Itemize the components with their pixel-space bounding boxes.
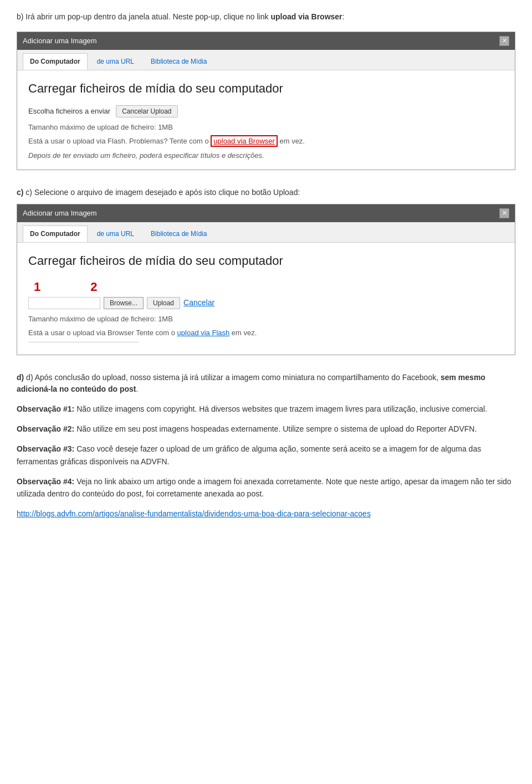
modal-1-tabs: Do Computador de uma URL Biblioteca de M…	[17, 50, 515, 70]
flash-info-before: Está a usar o upload via Flash. Problema…	[28, 137, 211, 145]
flash-info-line: Está a usar o upload via Flash. Problema…	[28, 136, 504, 147]
obs-1-label: Observação #1:	[17, 404, 74, 413]
section-d-intro: d) d) Após conclusão do upload, nosso si…	[17, 372, 515, 395]
step-numbers: 1 2	[34, 278, 504, 296]
obs-2: Observação #2: Não utilize em seu post i…	[17, 423, 515, 435]
tab-biblioteca-midia-2[interactable]: Biblioteca de Mídia	[144, 226, 214, 242]
browser-info-after: em vez.	[229, 329, 257, 337]
choose-label: Escolha ficheiros a enviar	[28, 106, 110, 117]
step-2-number: 2	[90, 278, 97, 296]
intro-b-link-text: upload via Browser	[270, 12, 342, 21]
modal-1-close-button[interactable]: ✕	[499, 36, 509, 46]
modal-1-body-title: Carregar ficheiros de mídia do seu compu…	[28, 79, 504, 98]
modal-2-title: Adicionar uma Imagem	[23, 208, 97, 219]
obs-4-text: Veja no link abaixo um artigo onde a ima…	[17, 477, 511, 498]
section-b-intro: b) Irá abrir um pop-up dentro da janela …	[17, 11, 515, 23]
cancel-link[interactable]: Cancelar	[183, 297, 214, 309]
modal-1-title: Adicionar uma Imagem	[23, 35, 97, 47]
modal-2: Adicionar uma Imagem ✕ Do Computador de …	[17, 204, 515, 355]
observations-container: Observação #1: Não utilize imagens com c…	[17, 403, 515, 520]
obs-4-label: Observação #4:	[17, 477, 74, 486]
intro-b-text-after: :	[342, 12, 345, 21]
tab-do-computador-2[interactable]: Do Computador	[23, 226, 88, 242]
obs-2-label: Observação #2:	[17, 424, 74, 433]
upload-via-browser-link[interactable]: upload via Browser	[211, 135, 278, 147]
tab-biblioteca-midia-1[interactable]: Biblioteca de Mídia	[144, 53, 214, 70]
browser-info-before: Está a usar o upload via Browser Tente c…	[28, 329, 177, 337]
browser-info-line: Está a usar o upload via Browser Tente c…	[28, 327, 504, 339]
modal-1-body: Carregar ficheiros de mídia do seu compu…	[17, 70, 515, 170]
obs-1: Observação #1: Não utilize imagens com c…	[17, 403, 515, 415]
flash-info-after: em vez.	[278, 137, 305, 145]
file-input-area: Browse... Upload Cancelar	[28, 297, 504, 309]
modal-2-titlebar: Adicionar uma Imagem ✕	[17, 204, 515, 222]
modal-2-close-button[interactable]: ✕	[499, 208, 509, 218]
tab-de-uma-url-2[interactable]: de uma URL	[90, 226, 141, 242]
obs-3-text: Caso você deseje fazer o upload de um gr…	[17, 444, 481, 465]
modal-1-choose-row: Escolha ficheiros a enviar Cancelar Uplo…	[28, 105, 504, 117]
modal-divider	[28, 342, 139, 342]
section-d-text-after: .	[136, 385, 138, 393]
modal-2-tabs: Do Computador de uma URL Biblioteca de M…	[17, 222, 515, 243]
obs-1-text: Não utilize imagens com copyright. Há di…	[76, 404, 487, 413]
obs-4: Observação #4: Veja no link abaixo um ar…	[17, 475, 515, 500]
modal-2-body: Carregar ficheiros de mídia do seu compu…	[17, 243, 515, 355]
bottom-link[interactable]: http://blogs.advfn.com/artigos/analise-f…	[17, 509, 371, 518]
step-1-number: 1	[34, 278, 40, 296]
browse-button[interactable]: Browse...	[104, 297, 144, 309]
upload-button[interactable]: Upload	[147, 297, 180, 309]
file-input-box[interactable]	[28, 297, 100, 309]
obs-3-label: Observação #3:	[17, 444, 74, 453]
modal-1-titlebar: Adicionar uma Imagem ✕	[17, 32, 515, 50]
modal-1: Adicionar uma Imagem ✕ Do Computador de …	[17, 32, 515, 170]
obs-3: Observação #3: Caso você deseje fazer o …	[17, 443, 515, 468]
size-info-1: Tamanho máximo de upload de ficheiro: 1M…	[28, 122, 504, 133]
upload-via-flash-link[interactable]: upload via Flash	[177, 329, 230, 337]
tab-do-computador-1[interactable]: Do Computador	[23, 53, 88, 70]
size-info-2: Tamanho máximo de upload de ficheiro: 1M…	[28, 314, 504, 325]
section-c-intro: c) c) Selecione o arquivo de imagem dese…	[17, 187, 515, 198]
section-c-text: c) Selecione o arquivo de imagem desejad…	[25, 188, 300, 197]
cancel-upload-button[interactable]: Cancelar Upload	[116, 105, 177, 117]
tab-de-uma-url-1[interactable]: de uma URL	[90, 53, 141, 70]
italic-note-1: Depois de ter enviado um ficheiro, poder…	[28, 150, 504, 161]
intro-b-text-before: b) Irá abrir um pop-up dentro da janela …	[17, 12, 270, 21]
modal-2-body-title: Carregar ficheiros de mídia do seu compu…	[28, 252, 504, 270]
obs-2-text: Não utilize em seu post imagens hospeada…	[76, 424, 477, 433]
section-d-text-before: d) Após conclusão do upload, nosso siste…	[26, 373, 441, 382]
